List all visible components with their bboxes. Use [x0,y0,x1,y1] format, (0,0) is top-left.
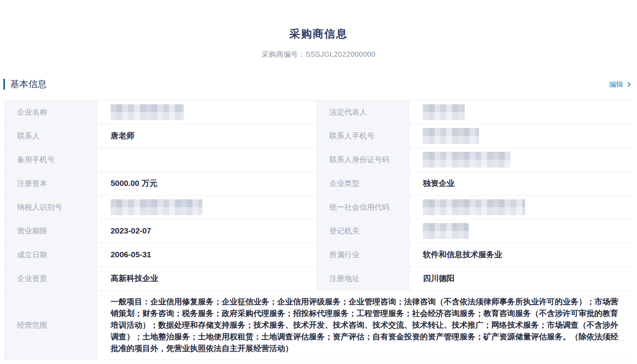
label-enterprise-qualification: 企业资质 [5,267,97,291]
basic-info-section-header: 基本信息 编辑 [4,78,633,91]
value-contact-id-number [410,148,633,172]
redacted-value [423,128,479,144]
value-unified-social-credit-code [410,196,633,219]
label-unified-social-credit-code: 统一社会信用代码 [317,196,410,219]
purchaser-info-page: 采购商信息 采购商编号：SSSJGL2022000000 基本信息 编辑 企业名… [0,0,637,360]
edit-button[interactable]: 编辑 [609,80,633,89]
label-industry: 所属行业 [317,243,410,267]
label-contact-phone: 联系人手机号 [317,124,410,148]
label-enterprise-type: 企业类型 [317,172,410,196]
label-contact-id-number: 联系人身份证号码 [317,148,410,172]
value-backup-phone [97,148,317,172]
redacted-value [423,104,465,120]
section-accent-bar [3,79,5,90]
value-contact-phone [410,124,633,148]
label-registered-address: 注册地址 [317,267,410,291]
value-industry: 软件和信息技术服务业 [410,243,633,267]
label-backup-phone: 备用手机号 [5,148,97,172]
label-contact-person: 联系人 [5,124,97,148]
section-title: 基本信息 [10,78,47,90]
value-enterprise-type: 独资企业 [410,172,633,196]
value-enterprise-qualification: 高新科技企业 [97,267,317,291]
page-header: 采购商信息 采购商编号：SSSJGL2022000000 [0,0,637,59]
value-registration-authority [410,219,633,243]
redacted-value [423,199,525,215]
chevron-right-icon [626,81,632,88]
page-title: 采购商信息 [0,27,637,41]
edit-label: 编辑 [609,80,623,89]
value-business-scope: 一般项目：企业信用修复服务；企业征信业务；企业信用评级服务；企业管理咨询；法律咨… [97,291,633,360]
value-registered-address: 四川德阳 [410,267,633,291]
redacted-value [423,223,469,239]
basic-info-table: 企业名称 法定代表人 联系人 唐老师 联系人手机号 备用手机号 联系人身份证号码… [4,100,633,360]
label-legal-representative: 法定代表人 [317,100,410,124]
value-legal-representative [410,100,633,124]
label-company-name: 企业名称 [5,100,97,124]
redacted-value [111,199,202,215]
redacted-value [111,104,184,120]
section-title-wrap: 基本信息 [4,78,47,90]
label-taxpayer-id: 纳税人识别号 [5,196,97,219]
label-business-term: 营业期限 [5,219,97,243]
label-registered-capital: 注册资本 [5,172,97,196]
value-taxpayer-id [97,196,317,219]
purchaser-code: 采购商编号：SSSJGL2022000000 [0,50,637,59]
value-company-name [97,100,317,124]
value-registered-capital: 5000.00 万元 [97,172,317,196]
redacted-value [423,152,511,168]
label-registration-authority: 登记机关 [317,219,410,243]
value-established-date: 2006-05-31 [97,243,317,267]
value-contact-person: 唐老师 [97,124,317,148]
label-established-date: 成立日期 [5,243,97,267]
value-business-term: 2023-02-07 [97,219,317,243]
label-business-scope: 经营范围 [5,291,97,360]
